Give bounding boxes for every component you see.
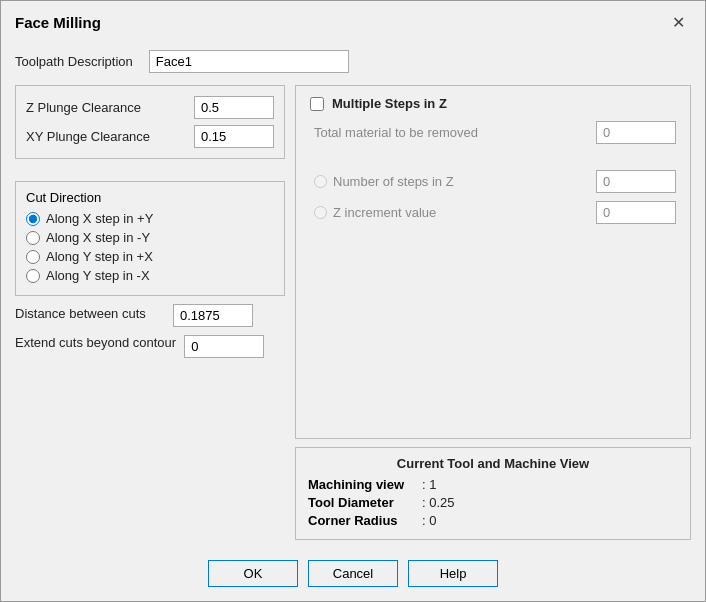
steps-options: Number of steps in Z Z increment value <box>310 170 676 224</box>
xy-plunge-label: XY Plunge Clearance <box>26 129 156 144</box>
main-area: Z Plunge Clearance XY Plunge Clearance C… <box>15 85 691 540</box>
material-label: Total material to be removed <box>314 125 478 140</box>
radio-row-1: Along X step in +Y <box>26 211 274 226</box>
z-plunge-input[interactable] <box>194 96 274 119</box>
diameter-value: : 0.25 <box>422 495 455 510</box>
machining-key: Machining view <box>308 477 418 492</box>
cut-direction-title: Cut Direction <box>26 190 274 205</box>
radio-along-x-minus-y[interactable] <box>26 231 40 245</box>
num-steps-input <box>596 170 676 193</box>
radio-along-y-plus-x[interactable] <box>26 250 40 264</box>
distance-label: Distance between cuts <box>15 306 165 321</box>
num-steps-label: Number of steps in Z <box>333 174 454 189</box>
left-panel: Z Plunge Clearance XY Plunge Clearance C… <box>15 85 285 540</box>
z-inc-row: Z increment value <box>314 201 676 224</box>
toolpath-row: Toolpath Description <box>15 50 691 73</box>
diameter-key: Tool Diameter <box>308 495 418 510</box>
machining-value: : 1 <box>422 477 436 492</box>
radio-label-2: Along X step in -Y <box>46 230 150 245</box>
radio-row-4: Along Y step in -X <box>26 268 274 283</box>
dialog-title: Face Milling <box>15 14 101 31</box>
extend-input[interactable] <box>184 335 264 358</box>
toolpath-label: Toolpath Description <box>15 54 133 69</box>
z-inc-input <box>596 201 676 224</box>
z-inc-radio[interactable] <box>314 206 327 219</box>
num-steps-radio[interactable] <box>314 175 327 188</box>
z-inc-label: Z increment value <box>333 205 436 220</box>
z-plunge-row: Z Plunge Clearance <box>26 96 274 119</box>
plunge-clearance-group: Z Plunge Clearance XY Plunge Clearance <box>15 85 285 159</box>
radio-row-2: Along X step in -Y <box>26 230 274 245</box>
material-input <box>596 121 676 144</box>
bottom-left-fields: Distance between cuts Extend cuts beyond… <box>15 304 285 358</box>
title-bar: Face Milling ✕ <box>1 1 705 40</box>
num-steps-row: Number of steps in Z <box>314 170 676 193</box>
z-plunge-label: Z Plunge Clearance <box>26 100 156 115</box>
radio-label-1: Along X step in +Y <box>46 211 153 226</box>
machining-row: Machining view : 1 <box>308 477 678 492</box>
radio-row-3: Along Y step in +X <box>26 249 274 264</box>
xy-plunge-input[interactable] <box>194 125 274 148</box>
cancel-button[interactable]: Cancel <box>308 560 398 587</box>
diameter-row: Tool Diameter : 0.25 <box>308 495 678 510</box>
footer: OK Cancel Help <box>1 550 705 601</box>
corner-value: : 0 <box>422 513 436 528</box>
multiple-steps-checkbox[interactable] <box>310 97 324 111</box>
corner-row: Corner Radius : 0 <box>308 513 678 528</box>
radio-label-4: Along Y step in -X <box>46 268 150 283</box>
right-panel: Multiple Steps in Z Total material to be… <box>295 85 691 540</box>
ok-button[interactable]: OK <box>208 560 298 587</box>
distance-row: Distance between cuts <box>15 304 285 327</box>
face-milling-dialog: Face Milling ✕ Toolpath Description Z Pl… <box>0 0 706 602</box>
cut-direction-group: Cut Direction Along X step in +Y Along X… <box>15 181 285 296</box>
tool-info-box: Current Tool and Machine View Machining … <box>295 447 691 540</box>
multiple-steps-label: Multiple Steps in Z <box>332 96 447 111</box>
radio-along-x-plus-y[interactable] <box>26 212 40 226</box>
extend-label: Extend cuts beyond contour <box>15 335 176 352</box>
material-row: Total material to be removed <box>310 121 676 144</box>
corner-key: Corner Radius <box>308 513 418 528</box>
steps-z-group: Multiple Steps in Z Total material to be… <box>295 85 691 439</box>
radio-label-3: Along Y step in +X <box>46 249 153 264</box>
distance-input[interactable] <box>173 304 253 327</box>
tool-info-title: Current Tool and Machine View <box>308 456 678 471</box>
xy-plunge-row: XY Plunge Clearance <box>26 125 274 148</box>
radio-along-y-minus-x[interactable] <box>26 269 40 283</box>
extend-row: Extend cuts beyond contour <box>15 335 285 358</box>
toolpath-input[interactable] <box>149 50 349 73</box>
help-button[interactable]: Help <box>408 560 498 587</box>
dialog-content: Toolpath Description Z Plunge Clearance … <box>1 40 705 550</box>
close-button[interactable]: ✕ <box>666 11 691 34</box>
multiple-steps-row: Multiple Steps in Z <box>310 96 676 111</box>
